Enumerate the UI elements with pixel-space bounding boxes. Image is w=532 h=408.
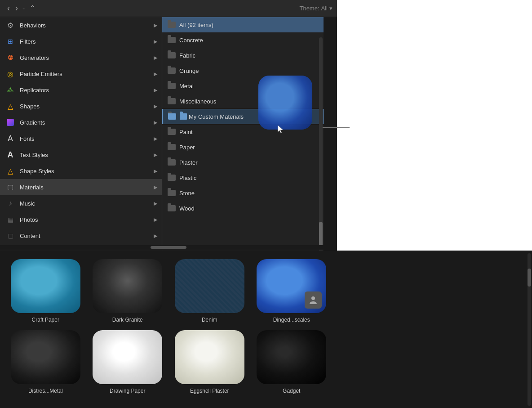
drag-preview-material [258,76,312,130]
category-label-metal: Metal [179,83,194,90]
shapes-arrow: ▶ [154,103,157,109]
sidebar-item-text-styles[interactable]: A Text Styles ▶ [0,147,162,163]
material-thumb-dinged-scales [257,259,326,313]
shape-styles-icon: △ [5,166,15,176]
material-item-craft-paper[interactable]: Craft Paper [4,256,87,327]
category-item-plaster[interactable]: Plaster [162,155,324,170]
annotation-line [323,127,350,128]
photos-arrow: ▶ [154,217,157,223]
theme-value: All [321,5,328,12]
material-item-gadget[interactable]: Gadget [251,327,333,398]
theme-dropdown-icon[interactable]: ▾ [329,5,332,12]
shape-styles-arrow: ▶ [154,168,157,174]
sidebar-label-filters: Filters [20,38,35,45]
svg-marker-2 [278,125,283,133]
material-item-drawing-paper[interactable]: Drawing Paper [87,327,169,398]
sidebar-item-materials[interactable]: ▢ Materials ▶ [0,179,162,195]
material-thumb-denim [175,259,244,313]
material-item-denim[interactable]: Denim [168,256,251,327]
photos-icon: ▦ [5,215,15,224]
category-label-plastic: Plastic [179,175,196,181]
sidebar-label-replicators: Replicators [20,87,49,94]
sidebar-item-behaviors[interactable]: ⚙ Behaviors ▶ [0,17,162,33]
material-label-gadget: Gadget [283,388,300,394]
material-thumb-craft-paper [11,259,80,313]
folder-icon-concrete [168,37,176,43]
content-icon: ▢ [5,231,15,241]
material-label-eggshell-plaster: Eggshell Plaster [190,388,229,394]
nav-separator: - [22,4,25,13]
theme-label: Theme: [299,5,319,12]
nav-collapse-button[interactable]: ⌃ [27,4,39,13]
sidebar-item-fonts[interactable]: A Fonts ▶ [0,130,162,147]
materials-scrollbar[interactable] [528,253,531,406]
material-item-dinged-scales[interactable]: Dinged...scales [251,256,333,327]
nav-back-button[interactable]: ‹ [4,4,13,13]
sidebar-item-content[interactable]: ▢ Content ▶ [0,228,162,244]
material-label-craft-paper: Craft Paper [32,317,59,323]
music-arrow: ▶ [154,201,157,206]
sidebar-item-music[interactable]: ♪ Music ▶ [0,195,162,211]
gradients-arrow: ▶ [154,120,157,126]
theme-selector[interactable]: Theme: All ▾ [299,5,332,12]
category-label-grunge: Grunge [179,67,199,74]
replicators-icon: ⁂ [5,85,15,95]
sidebar-item-generators[interactable]: ② Generators ▶ [0,49,162,66]
generators-arrow: ▶ [154,55,157,61]
fonts-icon: A [5,134,15,143]
category-item-wood[interactable]: Wood [162,201,324,216]
material-thumb-distressed-metal [11,330,80,384]
svg-point-1 [311,296,315,300]
sidebar-label-shapes: Shapes [20,103,40,110]
folder-icon-stone [168,190,176,196]
category-item-concrete[interactable]: Concrete [162,32,324,48]
sidebar-label-particle-emitters: Particle Emitters [20,71,62,77]
music-icon: ♪ [5,198,15,208]
folder-icon-fabric [168,52,176,58]
category-item-paper[interactable]: Paper [162,139,324,155]
material-label-dark-granite: Dark Granite [112,317,143,323]
folder-icon-paper [168,144,176,150]
sidebar-item-shapes[interactable]: △ Shapes ▶ [0,98,162,114]
material-label-dinged-scales: Dinged...scales [273,317,310,323]
materials-scrollbar-thumb[interactable] [528,269,531,287]
horizontal-scrollbar-thumb[interactable] [151,246,186,249]
sidebar-item-photos[interactable]: ▦ Photos ▶ [0,211,162,228]
sidebar-label-gradients: Gradients [20,119,45,126]
category-label-miscellaneous: Miscellaneous [179,98,216,105]
materials-icon: ▢ [5,182,15,192]
folder-icon-plastic [168,175,176,181]
nav-forward-button[interactable]: › [13,4,21,13]
material-item-distressed-metal[interactable]: Distres...Metal [4,327,87,398]
sidebar-label-photos: Photos [20,216,38,223]
sidebar-item-filters[interactable]: ⊞ Filters ▶ [0,33,162,49]
sidebar-item-replicators[interactable]: ⁂ Replicators ▶ [0,82,162,98]
folder-icon-paint [168,129,176,135]
behaviors-icon: ⚙ [5,20,15,30]
material-thumb-eggshell-plaster [175,330,244,384]
category-item-fabric[interactable]: Fabric [162,48,324,63]
category-item-stone[interactable]: Stone [162,185,324,201]
filters-icon: ⊞ [5,36,15,46]
sidebar-item-particle-emitters[interactable]: ◎ Particle Emitters ▶ [0,66,162,82]
sidebar-item-shape-styles[interactable]: △ Shape Styles ▶ [0,163,162,179]
sidebar-label-text-styles: Text Styles [20,152,48,158]
nav-bar: ‹ › - ⌃ Theme: All ▾ [0,0,337,17]
sidebar-item-gradients[interactable]: Gradients ▶ [0,114,162,130]
category-scrollbar-thumb[interactable] [319,222,323,249]
folder-icon-my-custom [168,113,176,120]
category-label-paper: Paper [179,144,195,151]
category-label-my-custom: My Custom Materials [189,113,244,120]
folder-icon-all [168,22,176,28]
behaviors-arrow: ▶ [154,22,157,28]
materials-panel: Craft Paper Dark Granite Denim Dinged... [0,251,532,408]
material-thumb-drawing-paper [93,330,162,384]
material-grid: Craft Paper Dark Granite Denim Dinged... [0,251,337,402]
scroll-area [0,245,337,250]
category-label-all: All (92 items) [179,22,213,28]
material-item-eggshell-plaster[interactable]: Eggshell Plaster [168,327,251,398]
category-item-plastic[interactable]: Plastic [162,170,324,185]
category-item-all[interactable]: All (92 items) [162,17,324,32]
material-item-dark-granite[interactable]: Dark Granite [87,256,169,327]
text-styles-arrow: ▶ [154,152,157,158]
